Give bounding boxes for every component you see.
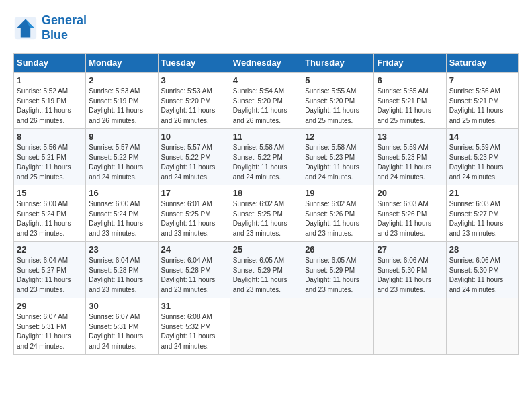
calendar-day-cell: 30 Sunrise: 6:07 AM Sunset: 5:31 PM Dayl… bbox=[86, 298, 158, 355]
calendar-day-cell bbox=[302, 298, 374, 355]
day-number: 14 bbox=[449, 132, 515, 142]
day-info: Sunrise: 6:06 AM Sunset: 5:30 PM Dayligh… bbox=[449, 256, 515, 295]
day-info: Sunrise: 6:07 AM Sunset: 5:31 PM Dayligh… bbox=[17, 312, 83, 351]
page-header: General Blue bbox=[13, 13, 519, 42]
day-number: 28 bbox=[449, 244, 515, 255]
day-number: 15 bbox=[17, 188, 83, 198]
calendar-day-cell: 9 Sunrise: 5:57 AM Sunset: 5:22 PM Dayli… bbox=[86, 129, 158, 185]
calendar-day-cell: 5 Sunrise: 5:55 AM Sunset: 5:20 PM Dayli… bbox=[302, 73, 374, 129]
calendar-day-cell: 6 Sunrise: 5:55 AM Sunset: 5:21 PM Dayli… bbox=[374, 73, 446, 129]
day-number: 29 bbox=[17, 301, 83, 311]
day-info: Sunrise: 6:02 AM Sunset: 5:25 PM Dayligh… bbox=[233, 199, 299, 238]
day-number: 11 bbox=[233, 132, 299, 142]
calendar-day-cell: 22 Sunrise: 6:04 AM Sunset: 5:27 PM Dayl… bbox=[14, 242, 86, 298]
day-number: 13 bbox=[377, 132, 443, 142]
day-info: Sunrise: 5:55 AM Sunset: 5:20 PM Dayligh… bbox=[305, 87, 371, 126]
calendar-week-row: 8 Sunrise: 5:56 AM Sunset: 5:21 PM Dayli… bbox=[14, 129, 519, 185]
day-number: 19 bbox=[305, 188, 371, 198]
day-number: 7 bbox=[449, 75, 515, 85]
day-info: Sunrise: 5:59 AM Sunset: 5:23 PM Dayligh… bbox=[377, 143, 443, 182]
day-number: 16 bbox=[89, 188, 154, 198]
day-number: 1 bbox=[17, 75, 83, 85]
day-info: Sunrise: 5:53 AM Sunset: 5:19 PM Dayligh… bbox=[89, 87, 154, 126]
day-info: Sunrise: 6:04 AM Sunset: 5:27 PM Dayligh… bbox=[17, 256, 83, 295]
day-info: Sunrise: 6:08 AM Sunset: 5:32 PM Dayligh… bbox=[161, 312, 227, 351]
calendar-day-cell: 20 Sunrise: 6:03 AM Sunset: 5:26 PM Dayl… bbox=[374, 185, 446, 242]
day-info: Sunrise: 6:04 AM Sunset: 5:28 PM Dayligh… bbox=[89, 256, 154, 295]
day-info: Sunrise: 5:55 AM Sunset: 5:21 PM Dayligh… bbox=[377, 87, 443, 126]
calendar-day-cell: 4 Sunrise: 5:54 AM Sunset: 5:20 PM Dayli… bbox=[230, 73, 302, 129]
day-info: Sunrise: 5:53 AM Sunset: 5:20 PM Dayligh… bbox=[161, 87, 227, 126]
day-number: 8 bbox=[17, 132, 83, 142]
calendar-day-cell bbox=[374, 298, 446, 355]
day-number: 23 bbox=[89, 244, 154, 255]
calendar-day-cell: 26 Sunrise: 6:05 AM Sunset: 5:29 PM Dayl… bbox=[302, 242, 374, 298]
day-number: 21 bbox=[449, 188, 515, 198]
day-number: 12 bbox=[305, 132, 371, 142]
day-info: Sunrise: 5:59 AM Sunset: 5:23 PM Dayligh… bbox=[449, 143, 515, 182]
weekday-header: Friday bbox=[374, 54, 446, 73]
calendar-day-cell: 10 Sunrise: 5:57 AM Sunset: 5:22 PM Dayl… bbox=[158, 129, 230, 185]
day-info: Sunrise: 5:56 AM Sunset: 5:21 PM Dayligh… bbox=[449, 87, 515, 126]
calendar-day-cell: 17 Sunrise: 6:01 AM Sunset: 5:25 PM Dayl… bbox=[158, 185, 230, 242]
day-number: 17 bbox=[161, 188, 227, 198]
calendar-day-cell: 23 Sunrise: 6:04 AM Sunset: 5:28 PM Dayl… bbox=[86, 242, 158, 298]
logo-text: General Blue bbox=[42, 13, 87, 42]
calendar-week-row: 29 Sunrise: 6:07 AM Sunset: 5:31 PM Dayl… bbox=[14, 298, 519, 355]
day-number: 3 bbox=[161, 75, 227, 85]
day-info: Sunrise: 6:07 AM Sunset: 5:31 PM Dayligh… bbox=[89, 312, 154, 351]
weekday-header: Wednesday bbox=[230, 54, 302, 73]
calendar-week-row: 15 Sunrise: 6:00 AM Sunset: 5:24 PM Dayl… bbox=[14, 185, 519, 242]
day-number: 5 bbox=[305, 75, 371, 85]
calendar-day-cell: 14 Sunrise: 5:59 AM Sunset: 5:23 PM Dayl… bbox=[446, 129, 518, 185]
day-number: 31 bbox=[161, 301, 227, 311]
calendar-day-cell: 28 Sunrise: 6:06 AM Sunset: 5:30 PM Dayl… bbox=[446, 242, 518, 298]
weekday-header: Monday bbox=[86, 54, 158, 73]
weekday-header: Sunday bbox=[14, 54, 86, 73]
day-number: 24 bbox=[161, 244, 227, 255]
day-info: Sunrise: 6:02 AM Sunset: 5:26 PM Dayligh… bbox=[305, 199, 371, 238]
calendar-day-cell: 29 Sunrise: 6:07 AM Sunset: 5:31 PM Dayl… bbox=[14, 298, 86, 355]
day-number: 6 bbox=[377, 75, 443, 85]
calendar-day-cell: 7 Sunrise: 5:56 AM Sunset: 5:21 PM Dayli… bbox=[446, 73, 518, 129]
calendar-body: 1 Sunrise: 5:52 AM Sunset: 5:19 PM Dayli… bbox=[14, 73, 519, 355]
day-number: 30 bbox=[89, 301, 154, 311]
calendar-day-cell: 13 Sunrise: 5:59 AM Sunset: 5:23 PM Dayl… bbox=[374, 129, 446, 185]
day-number: 22 bbox=[17, 244, 83, 255]
day-info: Sunrise: 6:03 AM Sunset: 5:27 PM Dayligh… bbox=[449, 199, 515, 238]
day-info: Sunrise: 5:54 AM Sunset: 5:20 PM Dayligh… bbox=[233, 87, 299, 126]
day-info: Sunrise: 5:58 AM Sunset: 5:22 PM Dayligh… bbox=[233, 143, 299, 182]
calendar-day-cell: 27 Sunrise: 6:06 AM Sunset: 5:30 PM Dayl… bbox=[374, 242, 446, 298]
day-info: Sunrise: 6:06 AM Sunset: 5:30 PM Dayligh… bbox=[377, 256, 443, 295]
day-number: 18 bbox=[233, 188, 299, 198]
day-info: Sunrise: 5:52 AM Sunset: 5:19 PM Dayligh… bbox=[17, 87, 83, 126]
day-info: Sunrise: 6:05 AM Sunset: 5:29 PM Dayligh… bbox=[305, 256, 371, 295]
calendar-day-cell: 8 Sunrise: 5:56 AM Sunset: 5:21 PM Dayli… bbox=[14, 129, 86, 185]
logo: General Blue bbox=[13, 13, 87, 42]
calendar-day-cell: 21 Sunrise: 6:03 AM Sunset: 5:27 PM Dayl… bbox=[446, 185, 518, 242]
day-number: 20 bbox=[377, 188, 443, 198]
calendar-day-cell bbox=[446, 298, 518, 355]
calendar-day-cell: 25 Sunrise: 6:05 AM Sunset: 5:29 PM Dayl… bbox=[230, 242, 302, 298]
calendar-day-cell: 31 Sunrise: 6:08 AM Sunset: 5:32 PM Dayl… bbox=[158, 298, 230, 355]
day-info: Sunrise: 5:56 AM Sunset: 5:21 PM Dayligh… bbox=[17, 143, 83, 182]
calendar-day-cell bbox=[230, 298, 302, 355]
day-info: Sunrise: 6:00 AM Sunset: 5:24 PM Dayligh… bbox=[89, 199, 154, 238]
calendar-day-cell: 2 Sunrise: 5:53 AM Sunset: 5:19 PM Dayli… bbox=[86, 73, 158, 129]
weekday-header: Thursday bbox=[302, 54, 374, 73]
day-number: 9 bbox=[89, 132, 154, 142]
calendar-day-cell: 1 Sunrise: 5:52 AM Sunset: 5:19 PM Dayli… bbox=[14, 73, 86, 129]
day-info: Sunrise: 6:03 AM Sunset: 5:26 PM Dayligh… bbox=[377, 199, 443, 238]
calendar-day-cell: 19 Sunrise: 6:02 AM Sunset: 5:26 PM Dayl… bbox=[302, 185, 374, 242]
day-number: 2 bbox=[89, 75, 154, 85]
day-number: 27 bbox=[377, 244, 443, 255]
calendar-week-row: 1 Sunrise: 5:52 AM Sunset: 5:19 PM Dayli… bbox=[14, 73, 519, 129]
calendar-day-cell: 15 Sunrise: 6:00 AM Sunset: 5:24 PM Dayl… bbox=[14, 185, 86, 242]
day-number: 10 bbox=[161, 132, 227, 142]
calendar-day-cell: 3 Sunrise: 5:53 AM Sunset: 5:20 PM Dayli… bbox=[158, 73, 230, 129]
day-number: 26 bbox=[305, 244, 371, 255]
logo-icon bbox=[13, 16, 38, 40]
calendar-day-cell: 18 Sunrise: 6:02 AM Sunset: 5:25 PM Dayl… bbox=[230, 185, 302, 242]
calendar-header-row: SundayMondayTuesdayWednesdayThursdayFrid… bbox=[14, 54, 519, 73]
day-info: Sunrise: 6:04 AM Sunset: 5:28 PM Dayligh… bbox=[161, 256, 227, 295]
